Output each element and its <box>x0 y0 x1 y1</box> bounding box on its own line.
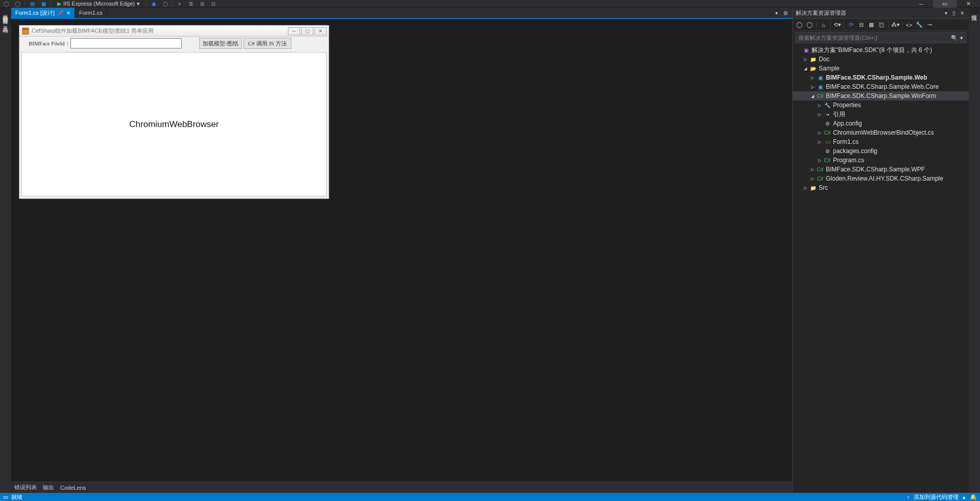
browser-control-area[interactable]: ChromiumWebBrowser <box>21 52 327 196</box>
search-icon[interactable]: 🔍 <box>951 35 958 41</box>
collapse-icon[interactable]: ⊟ <box>856 20 866 30</box>
form-title-text: CefSharp组件加载BIMFACE模型/图纸1 简单应用 <box>32 27 287 35</box>
left-dock: 服务器资源管理器 工具箱 <box>0 8 11 493</box>
server-explorer-tab[interactable]: 服务器资源管理器 <box>0 8 11 18</box>
maximize-button[interactable]: ▭ <box>933 0 957 8</box>
forward-icon[interactable]: ◯ <box>805 20 814 30</box>
project-sample-wpf-node[interactable]: C#BIMFace.SDK.CSharp.Sample.WPF <box>793 165 969 174</box>
form-minimize-button[interactable]: ─ <box>288 27 300 35</box>
filter-icon[interactable]: ⁂▾ <box>891 20 900 30</box>
tab-label: Form1.cs <box>79 10 103 16</box>
right-dock: 属性 <box>969 8 980 493</box>
form-client-area[interactable]: BIMFace FileId： 加载模型/图纸 C# 调用 JS 方法 Chro… <box>19 37 329 198</box>
status-ready-text: 就绪 <box>11 493 22 501</box>
solution-explorer-header: 解决方案资源管理器 ▾ ▯ ✕ <box>793 8 969 19</box>
tab-form1-cs[interactable]: Form1.cs <box>75 8 107 18</box>
tab-form1-design[interactable]: Form1.cs [设计] 📌 ✕ <box>11 8 75 18</box>
csproj-icon: C# <box>816 175 824 182</box>
code-icon[interactable]: <> <box>904 20 914 30</box>
home-icon[interactable]: ⌂ <box>819 20 828 30</box>
refresh-icon[interactable]: ⟳ <box>846 20 855 30</box>
toggle-icon[interactable]: ⊸ <box>925 20 934 30</box>
designer-surface[interactable]: CefSharp组件加载BIMFACE模型/图纸1 简单应用 ─ ▢ ✕ ▶ B… <box>11 19 792 482</box>
form1-cs-node[interactable]: ▭Form1.cs <box>793 137 969 146</box>
editor-zone: Form1.cs [设计] 📌 ✕ Form1.cs ▾ ⊞ CefSharp组… <box>11 8 792 493</box>
notifications-icon[interactable]: 🔔 <box>970 494 977 500</box>
form-close-button[interactable]: ✕ <box>314 27 327 35</box>
toolbar-separator <box>51 1 51 7</box>
tool-icon[interactable]: ▢ <box>161 0 169 7</box>
error-list-tab[interactable]: 错误列表 <box>14 484 37 491</box>
run-target-dropdown[interactable]: ▶IIS Express (Microsoft Edge) ▾ <box>54 1 143 7</box>
solution-explorer-panel: 解决方案资源管理器 ▾ ▯ ✕ ◯ ◯ ⌂ ⟲▾ ⟳ ⊟ ▦ ⿻ ⁂▾ <> 🔧… <box>792 8 969 493</box>
back-icon[interactable]: ◯ <box>795 20 804 30</box>
save-all-icon[interactable]: ▦ <box>39 0 47 7</box>
main-area: Form1.cs [设计] 📌 ✕ Form1.cs ▾ ⊞ CefSharp组… <box>11 8 969 493</box>
winform-preview[interactable]: CefSharp组件加载BIMFACE模型/图纸1 简单应用 ─ ▢ ✕ ▶ B… <box>19 25 329 199</box>
config-icon: ⚙ <box>823 147 831 155</box>
solution-icon: ▣ <box>802 46 810 54</box>
project-gloden-node[interactable]: C#Gloden.Review.AI.HY.SDK.CSharp.Sample <box>793 174 969 183</box>
nav-fwd-icon[interactable]: ◯ <box>13 0 21 7</box>
search-dropdown-icon[interactable]: ▾ <box>960 35 963 41</box>
program-cs-node[interactable]: C#Program.cs <box>793 156 969 165</box>
save-icon[interactable]: ▤ <box>28 0 36 7</box>
sync-icon[interactable]: ⟲▾ <box>832 20 842 30</box>
folder-src-node[interactable]: 📁Src <box>793 183 969 192</box>
form-maximize-button[interactable]: ▢ <box>301 27 313 35</box>
project-sample-webcore-node[interactable]: ▣BIMFace.SDK.CSharp.Sample.Web.Core <box>793 82 969 91</box>
project-sample-web-node[interactable]: ▣BIMFace.SDK.CSharp.Sample.Web <box>793 73 969 82</box>
fileid-input[interactable] <box>70 38 182 48</box>
folder-doc-node[interactable]: 📁Doc <box>793 55 969 64</box>
solution-tree[interactable]: ▣解决方案"BIMFace.SDK"(8 个项目，共 6 个) 📁Doc 📂Sa… <box>793 44 969 493</box>
close-tab-icon[interactable]: ✕ <box>66 10 70 16</box>
folder-icon: 📁 <box>809 56 817 63</box>
separator <box>902 21 902 29</box>
align-icon[interactable]: ⊟ <box>209 0 217 7</box>
solution-root-node[interactable]: ▣解决方案"BIMFace.SDK"(8 个项目，共 6 个) <box>793 45 969 55</box>
minimize-button[interactable]: ─ <box>910 0 933 8</box>
close-button[interactable]: ✕ <box>957 0 980 8</box>
align-icon[interactable]: ≣ <box>187 0 195 7</box>
align-icon[interactable]: ⊞ <box>198 0 206 7</box>
source-control-up-icon[interactable]: ↑ <box>907 494 910 500</box>
output-tab[interactable]: 输出 <box>43 484 54 491</box>
solution-explorer-toolbar: ◯ ◯ ⌂ ⟲▾ ⟳ ⊟ ▦ ⿻ ⁂▾ <> 🔧 ⊸ <box>793 19 969 31</box>
load-model-button[interactable]: 加载模型/图纸 <box>199 38 242 49</box>
separator <box>844 21 844 29</box>
document-tab-bar: Form1.cs [设计] 📌 ✕ Form1.cs ▾ ⊞ <box>11 8 792 19</box>
status-bar: ▭ 就绪 ↑ 添加到源代码管理 ▴ 🔔 <box>0 493 980 501</box>
solution-search-box[interactable]: 搜索解决方案资源管理器(Ctrl+;) 🔍 ▾ <box>795 32 967 43</box>
panel-dropdown-icon[interactable]: ▾ <box>942 10 949 16</box>
copy-icon[interactable]: ⿻ <box>877 20 886 30</box>
csproj-icon: ▣ <box>816 74 824 81</box>
tool-icon[interactable]: ◉ <box>150 0 158 7</box>
align-icon[interactable]: ≡ <box>176 0 184 7</box>
show-all-icon[interactable]: ▦ <box>867 20 876 30</box>
appconfig-node[interactable]: ⚙App.config <box>793 119 969 128</box>
tab-overflow-icon[interactable]: ⊞ <box>782 10 789 16</box>
nav-back-icon[interactable]: ◯ <box>2 0 10 7</box>
codelens-tab[interactable]: CodeLens <box>60 485 86 491</box>
references-node[interactable]: ▫▪引用 <box>793 110 969 119</box>
properties-tab[interactable]: 属性 <box>969 8 979 14</box>
wrench-icon[interactable]: 🔧 <box>915 20 924 30</box>
main-toolbar[interactable]: ◯ ◯ ▤ ▦ ▶IIS Express (Microsoft Edge) ▾ … <box>0 0 980 8</box>
properties-node[interactable]: 🔧Properties <box>793 101 969 110</box>
project-sample-winform-node[interactable]: C#BIMFace.SDK.CSharp.Sample.WinForm <box>793 91 969 101</box>
panel-pin-icon[interactable]: ▯ <box>950 10 958 16</box>
svg-rect-1 <box>22 28 29 30</box>
tab-dropdown-icon[interactable]: ▾ <box>773 10 780 16</box>
call-js-button[interactable]: C# 调用 JS 方法 <box>243 38 291 49</box>
panel-close-icon[interactable]: ✕ <box>959 10 966 16</box>
separator <box>816 21 817 29</box>
source-control-dropdown-icon[interactable]: ▴ <box>963 494 966 500</box>
toolbox-tab[interactable]: 工具箱 <box>0 19 11 27</box>
bindobject-cs-node[interactable]: C#ChromiumWebBrowserBindObject.cs <box>793 128 969 137</box>
separator <box>830 21 830 29</box>
add-to-source-control[interactable]: 添加到源代码管理 <box>914 493 959 501</box>
pin-icon[interactable]: 📌 <box>58 10 63 15</box>
folder-sample-node[interactable]: 📂Sample <box>793 64 969 73</box>
packagesconfig-node[interactable]: ⚙packages.config <box>793 146 969 156</box>
folder-open-icon: 📂 <box>809 65 817 72</box>
